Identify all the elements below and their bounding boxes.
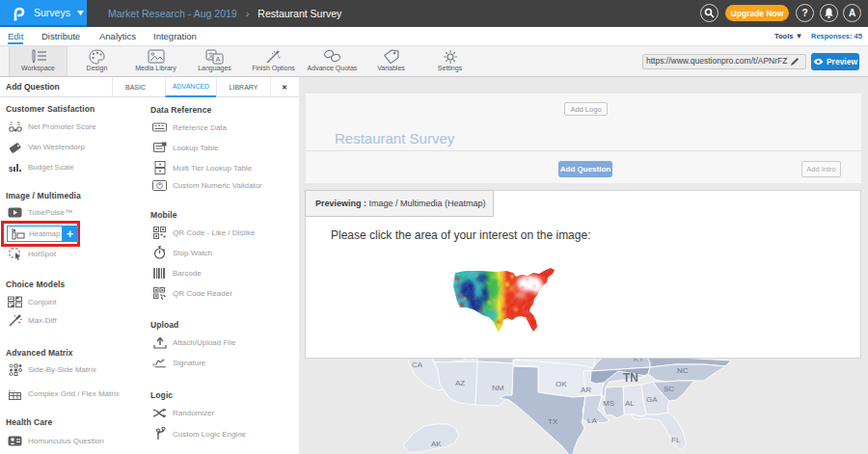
svg-text:AL: AL xyxy=(625,399,635,408)
svg-text:OK: OK xyxy=(556,380,567,388)
svg-text:*: * xyxy=(158,182,161,189)
svg-text:A: A xyxy=(215,55,220,64)
svg-text:NC: NC xyxy=(677,366,689,375)
svg-text:AR: AR xyxy=(581,386,591,394)
svg-text:AZ: AZ xyxy=(455,379,465,387)
svg-text:MS: MS xyxy=(603,399,614,408)
svg-text:SC: SC xyxy=(664,385,674,393)
svg-text:x: x xyxy=(152,361,155,366)
svg-text:TX: TX xyxy=(548,417,558,426)
svg-text:$: $ xyxy=(9,165,14,174)
svg-text:FL: FL xyxy=(671,436,681,444)
svg-text:◐○: ◐○ xyxy=(9,387,14,393)
svg-text:NM: NM xyxy=(492,384,504,392)
svg-text:5: 5 xyxy=(17,120,20,126)
svg-text:CA: CA xyxy=(412,361,423,369)
svg-text:0: 0 xyxy=(10,120,13,126)
svg-text:LA: LA xyxy=(587,416,597,425)
svg-text:TN: TN xyxy=(623,371,638,385)
svg-text:AK: AK xyxy=(431,440,442,448)
svg-text:GA: GA xyxy=(646,395,658,404)
